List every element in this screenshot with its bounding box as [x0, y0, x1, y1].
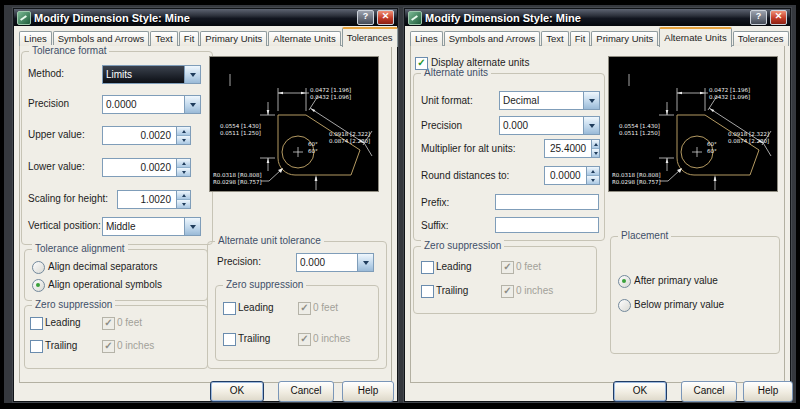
trailing-checkbox[interactable]	[30, 340, 43, 353]
after-primary-label[interactable]: After primary value	[634, 275, 718, 286]
tab-alternate-units[interactable]: Alternate Units	[659, 27, 731, 47]
lower-value-spinner[interactable]: 0.0020	[102, 158, 191, 177]
display-alternate-units-label[interactable]: Display alternate units	[431, 57, 529, 68]
alt-leading-checkbox[interactable]	[223, 302, 236, 315]
cancel-button[interactable]: Cancel	[278, 381, 334, 402]
tab-primary-units[interactable]: Primary Units	[591, 31, 658, 46]
spin-up-button[interactable]	[592, 140, 599, 149]
after-primary-radio[interactable]	[618, 275, 631, 288]
cancel-button[interactable]: Cancel	[681, 381, 737, 402]
alt-leading-label[interactable]: Leading	[238, 302, 274, 313]
tab-fit[interactable]: Fit	[570, 31, 591, 46]
alt-zero-feet-checkbox	[298, 302, 311, 315]
tab-tolerances[interactable]: Tolerances	[733, 31, 789, 46]
round-distances-spinner[interactable]: 0.0000	[544, 166, 600, 185]
align-operational-radio[interactable]	[32, 279, 45, 292]
tab-symbols-and-arrows[interactable]: Symbols and Arrows	[53, 31, 150, 46]
angle-text: 60°	[308, 141, 318, 147]
tab-text[interactable]: Text	[150, 31, 177, 46]
tab-lines[interactable]: Lines	[19, 31, 52, 46]
spin-down-button[interactable]	[592, 149, 599, 157]
spin-down-button[interactable]	[587, 176, 599, 184]
dropdown-arrow-icon[interactable]	[357, 254, 373, 271]
display-alternate-units-checkbox[interactable]	[415, 57, 428, 70]
zero-suppression-group: Zero suppression	[24, 305, 208, 369]
alt-zero-inches-label: 0 inches	[313, 333, 350, 344]
unit-format-dropdown[interactable]: Decimal	[499, 91, 600, 110]
below-primary-radio[interactable]	[618, 299, 631, 312]
alt-precision-dropdown[interactable]: 0.000	[499, 116, 600, 135]
scaling-spinner[interactable]: 1.0020	[117, 190, 191, 209]
tab-primary-units[interactable]: Primary Units	[200, 31, 267, 46]
title-bar[interactable]: Modify Dimension Style: Mine ? ✕	[405, 9, 790, 26]
align-decimal-radio[interactable]	[32, 261, 45, 274]
spin-up-button[interactable]	[177, 127, 190, 136]
spin-up-button[interactable]	[177, 191, 190, 200]
trailing-label[interactable]: Trailing	[45, 340, 77, 351]
zero-feet-checkbox	[102, 317, 115, 330]
tab-fit[interactable]: Fit	[179, 31, 200, 46]
tab-strip: Lines Symbols and Arrows Text Fit Primar…	[410, 29, 790, 46]
ok-button[interactable]: OK	[613, 381, 667, 402]
tab-tolerances[interactable]: Tolerances	[342, 27, 398, 47]
dropdown-arrow-icon[interactable]	[583, 117, 599, 134]
suffix-input[interactable]	[495, 217, 599, 233]
upper-value-label: Upper value:	[28, 129, 85, 140]
dropdown-arrow-icon[interactable]	[184, 66, 200, 83]
tab-lines[interactable]: Lines	[410, 31, 443, 46]
close-icon[interactable]: ✕	[377, 10, 394, 25]
leading-checkbox[interactable]	[30, 317, 43, 330]
alt-trailing-checkbox[interactable]	[223, 333, 236, 346]
help-icon[interactable]: ?	[357, 10, 374, 25]
dim-text-left: 0.0511 [1.250]	[220, 130, 261, 136]
group-title: Alternate unit tolerance	[215, 235, 324, 246]
leading-label[interactable]: Leading	[436, 261, 472, 272]
spin-down-button[interactable]	[177, 200, 190, 208]
help-icon[interactable]: ?	[750, 10, 767, 25]
leading-checkbox[interactable]	[421, 261, 434, 274]
ok-button[interactable]: OK	[210, 381, 264, 402]
method-dropdown[interactable]: Limits	[102, 65, 201, 84]
dropdown-arrow-icon[interactable]	[583, 92, 599, 109]
group-title: Alternate units	[421, 67, 491, 78]
alt-precision-dropdown[interactable]: 0.000	[296, 253, 374, 272]
vertical-position-dropdown[interactable]: Middle	[102, 217, 201, 236]
trailing-checkbox[interactable]	[421, 285, 434, 298]
tab-alternate-units[interactable]: Alternate Units	[268, 31, 340, 46]
angle-text: 60°	[308, 148, 318, 154]
help-button[interactable]: Help	[342, 381, 394, 402]
radius-text: R0.0318 [R0.808]	[612, 172, 661, 178]
spin-down-button[interactable]	[177, 168, 190, 176]
tab-text[interactable]: Text	[541, 31, 568, 46]
align-decimal-label[interactable]: Align decimal separators	[48, 261, 158, 272]
tab-symbols-and-arrows[interactable]: Symbols and Arrows	[444, 31, 541, 46]
dim-text-right: 0.0918 [2.322]	[329, 131, 370, 137]
align-operational-label[interactable]: Align operational symbols	[48, 279, 162, 290]
upper-value-spinner[interactable]: 0.0020	[102, 126, 191, 145]
below-primary-label[interactable]: Below primary value	[634, 299, 724, 310]
spin-down-button[interactable]	[177, 136, 190, 144]
multiplier-spinner[interactable]: 25.4000	[544, 139, 600, 158]
trailing-label[interactable]: Trailing	[436, 285, 468, 296]
alt-trailing-label[interactable]: Trailing	[238, 333, 270, 344]
spin-up-button[interactable]	[587, 167, 599, 176]
title-bar[interactable]: Modify Dimension Style: Mine ? ✕	[14, 9, 397, 26]
alt-precision-label: Precision	[421, 120, 462, 131]
spin-up-button[interactable]	[177, 159, 190, 168]
dialog-tolerances: Modify Dimension Style: Mine ? ✕ Lines S…	[13, 8, 398, 402]
window-title: Modify Dimension Style: Mine	[34, 12, 354, 24]
close-icon[interactable]: ✕	[770, 10, 787, 25]
dimension-preview: 0.0472 [1.196] 0.0432 [1.096] 0.0554 [1.…	[209, 56, 379, 192]
dropdown-arrow-icon[interactable]	[184, 96, 200, 113]
precision-dropdown[interactable]: 0.0000	[102, 95, 201, 114]
dim-text-top: 0.0432 [1.096]	[310, 94, 351, 100]
group-title: Tolerance format	[29, 45, 109, 56]
help-button[interactable]: Help	[743, 381, 793, 402]
unit-format-label: Unit format:	[421, 95, 473, 106]
leading-label[interactable]: Leading	[45, 317, 81, 328]
preview-drawing: 0.0472 [1.196] 0.0432 [1.096] 0.0554 [1.…	[609, 57, 777, 191]
zero-feet-checkbox	[501, 261, 514, 274]
dropdown-arrow-icon[interactable]	[184, 218, 200, 235]
prefix-input[interactable]	[495, 194, 599, 210]
dim-text-right: 0.0874 [2.230]	[329, 138, 370, 144]
